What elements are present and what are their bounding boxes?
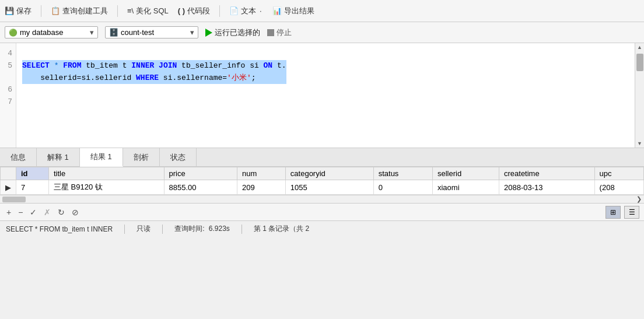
cell-categoryid: 1055: [285, 180, 373, 195]
grid-view-icon: ⊞: [610, 208, 616, 216]
play-icon: [205, 29, 212, 37]
grid-view-button[interactable]: ⊞: [606, 206, 621, 219]
cell-num: 209: [237, 180, 285, 195]
beautify-icon: ≡\: [127, 6, 134, 15]
col-header-status[interactable]: status: [373, 167, 432, 180]
code-icon: ( ): [178, 6, 185, 15]
table-dropdown-arrow: ▾: [190, 28, 194, 37]
col-header-rowmarker: [1, 167, 16, 180]
table-icon: 🗄️: [109, 28, 118, 37]
results-area: id title price num categoryid: [0, 167, 644, 220]
status-query-text: SELECT * FROM tb_item t INNER: [6, 225, 113, 233]
scroll-thumb[interactable]: [636, 54, 643, 71]
row-arrow-icon: ▶: [5, 183, 11, 192]
db-icon: 🟢: [9, 29, 18, 37]
no-edit-button[interactable]: ⊘: [70, 206, 80, 218]
status-readonly: 只读: [136, 224, 150, 234]
cell-price: 8855.00: [164, 180, 237, 195]
col-header-price[interactable]: price: [164, 167, 237, 180]
refresh-button[interactable]: ↻: [56, 206, 66, 218]
horizontal-scrollbar[interactable]: ❯: [0, 195, 644, 203]
save-icon: 💾: [5, 6, 14, 15]
main-toolbar: 💾 保存 📋 查询创建工具 ≡\ 美化 SQL ( ) 代码段 📄 文本 · 📊…: [0, 0, 644, 22]
scroll-up-arrow[interactable]: ▲: [636, 43, 644, 51]
text-button[interactable]: 📄 文本 ·: [229, 6, 263, 16]
results-table: id title price num categoryid: [0, 167, 644, 195]
col-header-createtime[interactable]: createtime: [499, 167, 594, 180]
col-header-num[interactable]: num: [237, 167, 285, 180]
editor-scrollbar[interactable]: ▲ ▼: [635, 43, 644, 148]
table-selector[interactable]: 🗄️ count-test ▾: [105, 26, 198, 38]
add-row-button[interactable]: +: [5, 206, 13, 218]
status-sep-2: [162, 225, 163, 234]
code-snippet-button[interactable]: ( ) 代码段: [178, 6, 210, 16]
col-header-sellerid[interactable]: sellerid: [432, 167, 499, 180]
status-sep-3: [242, 225, 242, 234]
cancel-button[interactable]: ✗: [42, 206, 52, 218]
beautify-sql-button[interactable]: ≡\ 美化 SQL: [127, 6, 169, 16]
status-query-time: 查询时间: 6.923s: [174, 224, 230, 234]
status-bar: SELECT * FROM tb_item t INNER 只读 查询时间: 6…: [0, 220, 644, 237]
empty-line-7: [22, 96, 629, 108]
confirm-button[interactable]: ✓: [28, 206, 38, 218]
cell-createtime: 2088-03-13: [499, 180, 594, 195]
database-selector[interactable]: 🟢 my database ▾: [5, 26, 98, 38]
col-header-id[interactable]: id: [16, 167, 49, 180]
cell-sellerid: xiaomi: [432, 180, 499, 195]
col-header-upc[interactable]: upc: [594, 167, 643, 180]
toolbar-separator-2: [117, 5, 118, 17]
stop-button[interactable]: 停止: [267, 27, 292, 38]
export-icon: 📊: [272, 6, 282, 15]
tab-result1[interactable]: 结果 1: [80, 148, 123, 167]
sql-code-area[interactable]: SELECT * FROM tb_item t INNER JOIN tb_se…: [16, 43, 635, 148]
table-row[interactable]: ▶ 7 三星 B9120 钛 8855.00 209 1055 0 xiaomi…: [1, 180, 644, 195]
tab-analyze[interactable]: 剖析: [123, 148, 160, 166]
tab-info[interactable]: 信息: [0, 148, 37, 166]
query-tool-icon: 📋: [51, 6, 60, 15]
save-button[interactable]: 💾 保存: [5, 6, 32, 16]
form-view-button[interactable]: ☰: [624, 206, 639, 219]
form-view-icon: ☰: [629, 208, 635, 216]
db-dropdown-arrow: ▾: [90, 28, 94, 37]
cell-status: 0: [373, 180, 432, 195]
toolbar-separator-1: [41, 5, 41, 17]
col-header-categoryid[interactable]: categoryid: [285, 167, 373, 180]
cell-id: 7: [16, 180, 49, 195]
sql-editor: 4 5 6 7 SELECT * FROM tb_item t INNER JO…: [0, 43, 644, 148]
export-button[interactable]: 📊 导出结果: [272, 6, 314, 16]
result-tabs: 信息 解释 1 结果 1 剖析 状态: [0, 148, 644, 167]
toolbar-separator-3: [219, 5, 220, 17]
run-selected-button[interactable]: 运行已选择的: [205, 27, 260, 38]
bottom-toolbar: + − ✓ ✗ ↻ ⊘ ⊞ ☰: [0, 203, 644, 220]
tab-status[interactable]: 状态: [160, 148, 197, 166]
h-scroll-right-arrow[interactable]: ❯: [636, 195, 642, 203]
status-sep-1: [124, 225, 125, 234]
line-numbers: 4 5 6 7: [0, 43, 16, 148]
cell-title: 三星 B9120 钛: [48, 180, 164, 195]
empty-line-4: [22, 48, 629, 60]
dot-separator: ·: [260, 6, 262, 15]
database-bar: 🟢 my database ▾ 🗄️ count-test ▾ 运行已选择的 停…: [0, 22, 644, 43]
status-record-info: 第 1 条记录（共 2: [254, 224, 309, 234]
cell-upc: (208: [594, 180, 643, 195]
table-wrapper[interactable]: id title price num categoryid: [0, 167, 644, 195]
row-marker: ▶: [1, 180, 16, 195]
code-line-5: SELECT * FROM tb_item t INNER JOIN tb_se…: [22, 60, 629, 85]
tab-explain1[interactable]: 解释 1: [37, 148, 80, 166]
stop-icon: [267, 29, 274, 36]
empty-line-6: [22, 84, 629, 96]
h-scroll-thumb[interactable]: [2, 197, 26, 202]
remove-row-button[interactable]: −: [16, 206, 24, 218]
selected-code-block: SELECT * FROM tb_item t INNER JOIN tb_se…: [22, 60, 286, 85]
scroll-down-arrow[interactable]: ▼: [636, 139, 644, 148]
col-header-title[interactable]: title: [48, 167, 164, 180]
text-icon: 📄: [229, 6, 239, 15]
query-tool-button[interactable]: 📋 查询创建工具: [51, 6, 108, 16]
